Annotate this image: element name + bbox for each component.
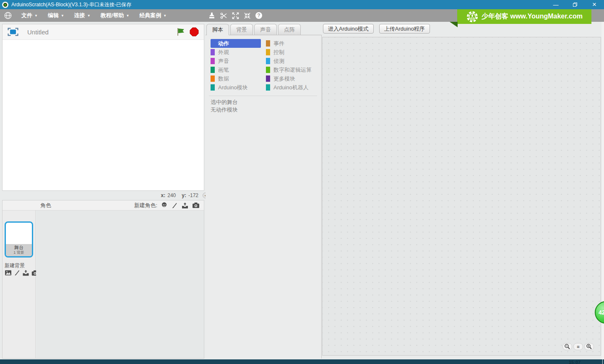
category-color-swatch <box>266 84 270 91</box>
scissors-cut-icon[interactable] <box>220 12 227 19</box>
restore-button[interactable] <box>565 0 585 9</box>
fullscreen-icon[interactable] <box>8 28 18 36</box>
sprite-header: 角色 新建角色: <box>3 200 204 211</box>
menu-connect[interactable]: 连接 ▼ <box>74 12 91 19</box>
window-titlebar: ArduinoScratch(AS-Block)(V3.1.3)-串口未连接-已… <box>0 0 604 9</box>
category-arduino-robot[interactable]: Arduino机器人 <box>266 83 321 92</box>
palette-divider <box>209 96 317 96</box>
menu-edit[interactable]: 编辑 ▼ <box>48 12 64 19</box>
coord-y-value: -172 <box>188 192 198 198</box>
camera-icon[interactable] <box>192 202 200 208</box>
upload-icon[interactable] <box>181 202 189 209</box>
category-motion[interactable]: 动作 <box>211 39 261 48</box>
category-looks[interactable]: 外观 <box>211 48 266 57</box>
stage-canvas[interactable] <box>3 40 204 190</box>
zoom-reset-button[interactable]: = <box>573 343 583 350</box>
paintbrush-icon[interactable] <box>14 270 20 276</box>
category-label: 控制 <box>273 49 284 56</box>
stage-panel: Untitled <box>2 24 204 191</box>
zoom-out-button[interactable] <box>562 343 572 350</box>
new-backdrop-label: 新建背景 <box>5 262 25 269</box>
badge-value: 42 <box>599 309 604 316</box>
category-more-blocks[interactable]: 更多模块 <box>266 74 321 83</box>
category-color-swatch <box>211 67 215 73</box>
menu-help-label: 教程/帮助 <box>101 12 124 19</box>
project-title[interactable]: Untitled <box>27 29 49 36</box>
tab-backdrops[interactable]: 背景 <box>230 24 253 35</box>
category-color-swatch <box>266 49 270 55</box>
category-color-swatch <box>211 75 215 82</box>
mouse-coordinates: x: 240 y: -172 ◄ <box>2 191 204 200</box>
upload-arduino-program-button[interactable]: 上传Arduino程序 <box>379 24 430 34</box>
zoom-in-icon <box>586 343 592 350</box>
stage-thumbnail-name: 舞台 <box>6 245 32 250</box>
new-sprite-buttons <box>161 202 200 209</box>
zoom-controls: = <box>562 343 594 350</box>
close-button[interactable]: × <box>585 0 604 9</box>
category-label: 动作 <box>218 40 229 47</box>
stop-sign-icon[interactable] <box>190 27 199 36</box>
category-events[interactable]: 事件 <box>266 39 321 48</box>
tab-dot-matrix[interactable]: 点阵 <box>278 24 301 35</box>
category-pen[interactable]: 画笔 <box>211 65 266 74</box>
language-globe-icon[interactable] <box>4 11 12 20</box>
scripts-workspace[interactable]: = <box>322 37 601 356</box>
category-label: 声音 <box>218 57 229 65</box>
backdrop-count: 1 背景 <box>6 250 32 255</box>
tab-scripts[interactable]: 脚本 <box>206 24 229 35</box>
upload-icon[interactable] <box>22 270 29 276</box>
stage-thumbnail[interactable]: 舞台 1 背景 <box>5 221 33 257</box>
category-color-swatch <box>211 40 215 47</box>
category-label: 更多模块 <box>273 75 295 83</box>
block-palette: 动作 外观 声音 画笔 数据 Arduino模块 <box>206 35 322 359</box>
category-label: 数据 <box>218 75 229 83</box>
youngmaker-banner[interactable]: 少年创客 www.YoungMaker.com <box>457 9 591 24</box>
category-column-left: 动作 外观 声音 画笔 数据 Arduino模块 <box>211 39 266 92</box>
category-sensing[interactable]: 侦测 <box>266 57 321 65</box>
shrink-icon[interactable] <box>244 12 251 19</box>
window-title: ArduinoScratch(AS-Block)(V3.1.3)-串口未连接-已… <box>11 1 131 8</box>
zoom-out-icon <box>564 343 570 350</box>
sprite-library-icon[interactable] <box>161 202 168 209</box>
paintbrush-icon[interactable] <box>171 202 178 209</box>
caret-down-icon: ▼ <box>126 14 129 18</box>
category-data[interactable]: 数据 <box>211 74 266 83</box>
backdrop-sidebar: 舞台 1 背景 新建背景 <box>3 211 36 358</box>
category-label: Arduino模块 <box>218 84 248 91</box>
category-label: 画笔 <box>218 66 229 74</box>
coord-y-label: y: <box>182 192 186 198</box>
sprite-list-area[interactable] <box>36 211 204 358</box>
category-arduino-modules[interactable]: Arduino模块 <box>211 83 266 92</box>
grow-icon[interactable] <box>232 12 239 19</box>
category-sound[interactable]: 声音 <box>211 57 266 65</box>
category-color-swatch <box>266 75 270 82</box>
banner-fold-decoration <box>450 22 458 27</box>
caret-down-icon: ▼ <box>34 14 38 18</box>
stage-thumbnail-caption: 舞台 1 背景 <box>6 244 32 256</box>
minimize-button[interactable]: — <box>546 0 565 9</box>
stamp-duplicate-icon[interactable] <box>208 12 216 19</box>
category-control[interactable]: 控制 <box>266 48 321 57</box>
category-color-swatch <box>266 40 270 47</box>
menu-examples[interactable]: 经典案例 ▼ <box>139 12 167 19</box>
category-color-swatch <box>211 58 215 64</box>
tab-sounds[interactable]: 声音 <box>254 24 277 35</box>
category-label: 侦测 <box>273 57 284 65</box>
enter-arduino-mode-button[interactable]: 进入Arduino模式 <box>323 24 374 34</box>
category-operators[interactable]: 数字和逻辑运算 <box>266 65 321 74</box>
zoom-in-button[interactable] <box>584 343 594 350</box>
windows-taskbar: 15:07 <box>0 359 604 364</box>
caret-down-icon: ▼ <box>163 14 167 18</box>
coord-x-label: x: <box>161 192 166 198</box>
category-column-right: 事件 控制 侦测 数字和逻辑运算 更多模块 Arduino机器人 <box>266 39 321 92</box>
banner-text: 少年创客 www.YoungMaker.com <box>482 12 583 21</box>
menu-file[interactable]: 文件 ▼ <box>21 12 38 19</box>
new-backdrop-buttons <box>5 270 39 276</box>
menu-help[interactable]: 教程/帮助 ▼ <box>101 12 130 19</box>
backdrop-library-icon[interactable] <box>5 270 12 276</box>
category-color-swatch <box>266 58 270 64</box>
green-flag-icon[interactable] <box>176 27 185 36</box>
arduino-mode-buttons: 进入Arduino模式 上传Arduino程序 <box>323 24 430 34</box>
coord-x-value: 240 <box>167 192 176 198</box>
help-icon[interactable]: ? <box>255 12 262 19</box>
